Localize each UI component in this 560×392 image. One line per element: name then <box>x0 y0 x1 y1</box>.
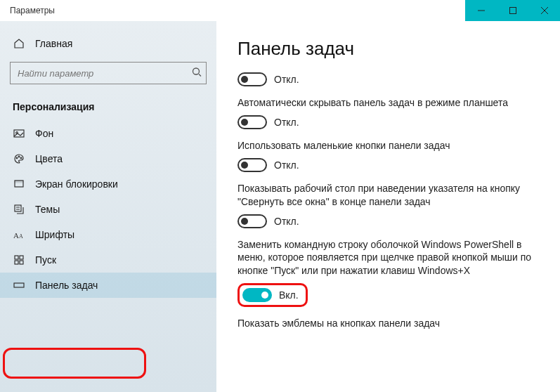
home-link[interactable]: Главная <box>0 32 216 55</box>
window-controls <box>465 0 560 21</box>
sidebar-item-label: Темы <box>35 204 60 215</box>
sidebar-item-label: Панель задач <box>35 280 98 291</box>
setting-row: Показать эмблемы на кнопках панели задач <box>237 317 539 330</box>
close-button[interactable] <box>528 0 560 21</box>
svg-rect-18 <box>15 261 18 264</box>
palette-icon <box>13 153 25 164</box>
setting-description: Показать эмблемы на кнопках панели задач <box>237 317 539 330</box>
toggle-state-label: Откл. <box>274 74 299 85</box>
toggle-state-label: Откл. <box>274 216 299 227</box>
sidebar-item-fonts[interactable]: AA Шрифты <box>0 222 216 247</box>
maximize-button[interactable] <box>497 0 528 21</box>
svg-rect-16 <box>15 256 18 259</box>
svg-point-8 <box>16 157 18 159</box>
setting-row: Откл. <box>237 72 539 86</box>
svg-rect-20 <box>14 283 24 287</box>
setting-row: Автоматически скрывать панель задач в ре… <box>237 96 539 129</box>
sidebar-item-themes[interactable]: Темы <box>0 197 216 222</box>
toggle-state-label: Вкл. <box>279 289 299 301</box>
home-label: Главная <box>35 38 72 49</box>
toggle-switch[interactable] <box>237 214 267 228</box>
picture-icon <box>13 128 25 139</box>
setting-row: Показывать рабочий стол при наведении ук… <box>237 182 539 228</box>
titlebar: Параметры <box>0 0 560 21</box>
setting-row: Использовать маленькие кнопки панели зад… <box>237 139 539 172</box>
setting-description: Автоматически скрывать панель задач в ре… <box>237 96 539 110</box>
sidebar-item-taskbar[interactable]: Панель задач <box>0 273 216 298</box>
lockscreen-icon <box>13 178 25 190</box>
sidebar-item-label: Фон <box>35 128 53 139</box>
svg-point-4 <box>193 68 200 74</box>
sidebar-item-lockscreen[interactable]: Экран блокировки <box>0 171 216 197</box>
setting-description: Показывать рабочий стол при наведении ук… <box>237 182 539 209</box>
highlight-annotation: Вкл. <box>237 283 308 307</box>
svg-text:A: A <box>13 231 19 240</box>
toggle-switch[interactable] <box>237 158 267 172</box>
highlight-annotation <box>3 348 146 379</box>
svg-rect-1 <box>509 8 516 14</box>
section-title: Персонализация <box>0 96 216 121</box>
svg-rect-19 <box>20 261 23 264</box>
sidebar-item-start[interactable]: Пуск <box>0 247 216 273</box>
search-icon[interactable] <box>191 67 202 80</box>
sidebar-item-label: Цвета <box>35 153 63 164</box>
sidebar: Главная Персонализация Фон Цвета Э <box>0 21 216 392</box>
setting-description: Заменить командную строку оболочкой Wind… <box>237 238 539 278</box>
sidebar-item-label: Экран блокировки <box>35 178 118 190</box>
toggle-switch[interactable] <box>237 115 267 129</box>
content-area: Панель задач Откл. Автоматически скрыват… <box>216 21 560 392</box>
svg-point-9 <box>18 156 20 157</box>
home-icon <box>13 38 25 49</box>
svg-rect-12 <box>15 181 23 183</box>
fonts-icon: AA <box>13 230 25 240</box>
svg-rect-17 <box>20 256 23 259</box>
setting-description: Использовать маленькие кнопки панели зад… <box>237 139 539 152</box>
svg-line-5 <box>199 74 201 77</box>
sidebar-item-colors[interactable]: Цвета <box>0 146 216 171</box>
start-icon <box>13 254 25 266</box>
search-wrap <box>10 62 207 84</box>
sidebar-item-background[interactable]: Фон <box>0 121 216 146</box>
toggle-switch[interactable] <box>237 72 267 86</box>
svg-rect-13 <box>15 205 21 211</box>
sidebar-item-label: Шрифты <box>35 229 74 240</box>
sidebar-item-label: Пуск <box>35 254 56 266</box>
window-title: Параметры <box>0 6 465 15</box>
toggle-state-label: Откл. <box>274 159 299 171</box>
svg-point-10 <box>20 157 22 159</box>
search-input[interactable] <box>10 62 207 84</box>
svg-text:A: A <box>19 233 23 240</box>
setting-row: Заменить командную строку оболочкой Wind… <box>237 238 539 308</box>
toggle-switch[interactable] <box>242 288 272 302</box>
page-title: Панель задач <box>237 38 539 60</box>
toggle-state-label: Откл. <box>274 117 299 128</box>
themes-icon <box>13 204 25 215</box>
minimize-button[interactable] <box>465 0 497 21</box>
taskbar-icon <box>13 280 25 291</box>
